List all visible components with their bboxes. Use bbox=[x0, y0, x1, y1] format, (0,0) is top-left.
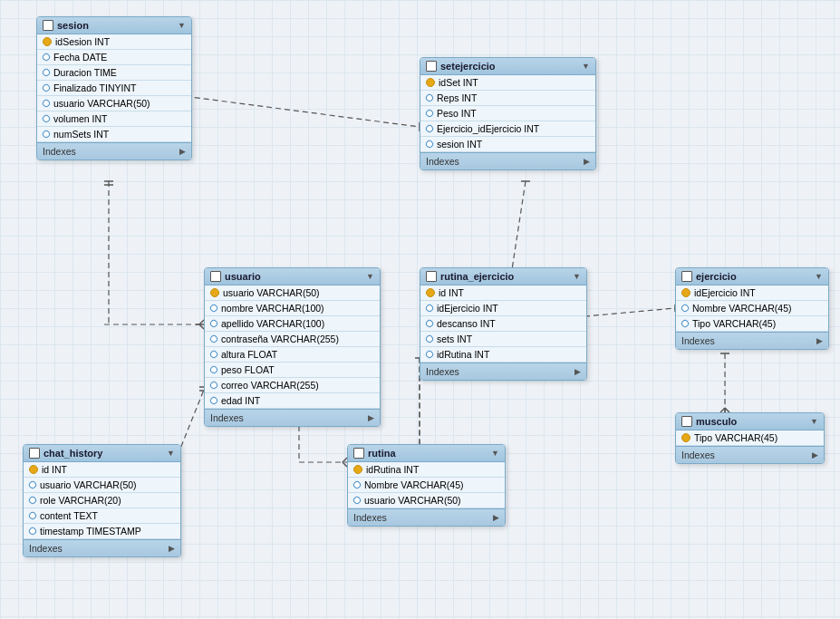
dropdown-arrow-usuario[interactable]: ▼ bbox=[366, 272, 374, 281]
field-label-re-4: idRutina INT bbox=[437, 349, 489, 360]
indexes-arrow-musculo[interactable]: ▶ bbox=[812, 450, 818, 459]
field-setejercicio-2: Peso INT bbox=[420, 106, 595, 121]
field-usuario-0: usuario VARCHAR(50) bbox=[205, 285, 380, 301]
table-icon-chat-history bbox=[29, 448, 40, 459]
field-re-2: descanso INT bbox=[420, 316, 586, 332]
table-musculo[interactable]: musculo ▼ Tipo VARCHAR(45) Indexes ▶ bbox=[675, 412, 825, 464]
indexes-ejercicio[interactable]: Indexes ▶ bbox=[676, 332, 828, 349]
diamond-icon-sesion-3 bbox=[41, 82, 51, 92]
diamond-icon-sesion-4 bbox=[41, 98, 51, 108]
field-musculo-0: Tipo VARCHAR(45) bbox=[676, 430, 824, 446]
key-icon-setejercicio-0 bbox=[426, 78, 435, 87]
indexes-arrow-ejercicio[interactable]: ▶ bbox=[816, 336, 823, 345]
table-sesion[interactable]: sesion ▼ idSesion INT Fecha DATE Duracio… bbox=[36, 16, 192, 160]
field-label-re-3: sets INT bbox=[437, 334, 472, 344]
indexes-label-usuario: Indexes bbox=[210, 412, 244, 423]
diamond-icon-ch-4 bbox=[27, 526, 37, 536]
field-label-ej-0: idEjercicio INT bbox=[694, 287, 756, 298]
field-re-3: sets INT bbox=[420, 332, 586, 347]
table-name-rutina-ejercicio: rutina_ejercicio bbox=[440, 271, 514, 282]
table-header-setejercicio: setejercicio ▼ bbox=[420, 58, 595, 75]
diamond-icon-sesion-2 bbox=[41, 67, 51, 77]
table-ejercicio[interactable]: ejercicio ▼ idEjercicio INT Nombre VARCH… bbox=[675, 267, 829, 350]
indexes-label-musculo: Indexes bbox=[681, 450, 715, 460]
table-icon-setejercicio bbox=[426, 61, 437, 72]
table-setejercicio[interactable]: setejercicio ▼ idSet INT Reps INT Peso I… bbox=[420, 57, 596, 170]
indexes-arrow-setejercicio[interactable]: ▶ bbox=[584, 157, 590, 166]
field-sesion-1: Fecha DATE bbox=[37, 50, 191, 65]
diamond-icon-ej-2 bbox=[680, 318, 690, 328]
field-ch-4: timestamp TIMESTAMP bbox=[24, 524, 180, 539]
indexes-arrow-chat-history[interactable]: ▶ bbox=[169, 544, 175, 553]
diamond-icon-sesion-5 bbox=[41, 113, 51, 123]
field-usuario-6: correo VARCHAR(255) bbox=[205, 378, 380, 393]
field-label-re-2: descanso INT bbox=[437, 318, 496, 329]
field-label-usuario-5: peso FLOAT bbox=[221, 364, 275, 375]
field-usuario-7: edad INT bbox=[205, 393, 380, 409]
diamond-icon-usuario-6 bbox=[208, 380, 218, 390]
field-label-musculo-0: Tipo VARCHAR(45) bbox=[694, 432, 777, 443]
indexes-arrow-usuario[interactable]: ▶ bbox=[368, 413, 374, 422]
field-ch-2: role VARCHAR(20) bbox=[24, 493, 180, 508]
indexes-setejercicio[interactable]: Indexes ▶ bbox=[420, 152, 595, 169]
dropdown-arrow-musculo[interactable]: ▼ bbox=[810, 417, 818, 426]
diamond-icon-re-1 bbox=[424, 303, 434, 313]
field-rutina-1: Nombre VARCHAR(45) bbox=[348, 478, 505, 493]
indexes-arrow-sesion[interactable]: ▶ bbox=[179, 147, 186, 156]
diamond-icon-ch-2 bbox=[27, 495, 37, 505]
table-icon-usuario bbox=[210, 271, 221, 282]
table-icon-sesion bbox=[43, 20, 53, 31]
field-ch-0: id INT bbox=[24, 462, 180, 478]
indexes-musculo[interactable]: Indexes ▶ bbox=[676, 446, 824, 463]
indexes-usuario[interactable]: Indexes ▶ bbox=[205, 409, 380, 426]
dropdown-arrow-ejercicio[interactable]: ▼ bbox=[815, 272, 823, 281]
dropdown-arrow-rutina[interactable]: ▼ bbox=[491, 449, 499, 458]
indexes-rutina-ejercicio[interactable]: Indexes ▶ bbox=[420, 363, 586, 380]
diamond-icon-setejercicio-4 bbox=[424, 139, 434, 149]
field-label-ch-0: id INT bbox=[42, 464, 67, 475]
field-usuario-4: altura FLOAT bbox=[205, 347, 380, 363]
field-sesion-2: Duracion TIME bbox=[37, 65, 191, 81]
indexes-rutina[interactable]: Indexes ▶ bbox=[348, 508, 505, 526]
key-icon-rutina-0 bbox=[353, 465, 362, 474]
dropdown-arrow-sesion[interactable]: ▼ bbox=[178, 21, 186, 30]
indexes-arrow-rutina[interactable]: ▶ bbox=[493, 513, 499, 522]
field-rutina-0: idRutina INT bbox=[348, 462, 505, 478]
table-chat-history[interactable]: chat_history ▼ id INT usuario VARCHAR(50… bbox=[23, 444, 181, 557]
table-header-rutina: rutina ▼ bbox=[348, 445, 505, 462]
field-usuario-3: contraseña VARCHAR(255) bbox=[205, 332, 380, 347]
indexes-chat-history[interactable]: Indexes ▶ bbox=[24, 539, 180, 556]
field-ej-2: Tipo VARCHAR(45) bbox=[676, 316, 828, 332]
field-label-rutina-1: Nombre VARCHAR(45) bbox=[364, 479, 464, 490]
field-label-re-0: id INT bbox=[439, 287, 464, 298]
field-setejercicio-1: Reps INT bbox=[420, 91, 595, 106]
field-label-ej-2: Tipo VARCHAR(45) bbox=[692, 318, 776, 329]
table-rutina-ejercicio[interactable]: rutina_ejercicio ▼ id INT idEjercicio IN… bbox=[420, 267, 587, 381]
diamond-icon-sesion-6 bbox=[41, 129, 51, 139]
table-icon-rutina-ejercicio bbox=[426, 271, 437, 282]
dropdown-arrow-chat-history[interactable]: ▼ bbox=[167, 449, 175, 458]
field-label-usuario-0: usuario VARCHAR(50) bbox=[223, 287, 320, 298]
dropdown-arrow-setejercicio[interactable]: ▼ bbox=[582, 62, 590, 71]
indexes-arrow-rutina-ejercicio[interactable]: ▶ bbox=[574, 367, 581, 376]
field-label-rutina-2: usuario VARCHAR(50) bbox=[364, 495, 461, 506]
indexes-label-sesion: Indexes bbox=[43, 146, 76, 157]
field-label-usuario-3: contraseña VARCHAR(255) bbox=[221, 334, 339, 344]
diamond-icon-re-3 bbox=[424, 334, 434, 343]
table-rutina[interactable]: rutina ▼ idRutina INT Nombre VARCHAR(45)… bbox=[347, 444, 506, 527]
field-sesion-3: Finalizado TINYINT bbox=[37, 81, 191, 96]
field-label-rutina-0: idRutina INT bbox=[366, 464, 419, 475]
field-label-sesion-0: idSesion INT bbox=[55, 36, 110, 47]
indexes-sesion[interactable]: Indexes ▶ bbox=[37, 142, 191, 160]
svg-line-24 bbox=[575, 308, 675, 317]
diamond-icon-setejercicio-2 bbox=[424, 108, 434, 118]
diamond-icon-ch-3 bbox=[27, 510, 37, 520]
field-re-1: idEjercicio INT bbox=[420, 301, 586, 316]
table-usuario[interactable]: usuario ▼ usuario VARCHAR(50) nombre VAR… bbox=[204, 267, 381, 427]
svg-line-0 bbox=[177, 95, 420, 127]
table-name-musculo: musculo bbox=[696, 416, 737, 427]
key-icon-usuario-0 bbox=[210, 288, 219, 297]
diamond-icon-sesion-1 bbox=[41, 52, 51, 62]
field-usuario-5: peso FLOAT bbox=[205, 363, 380, 378]
dropdown-arrow-rutina-ejercicio[interactable]: ▼ bbox=[573, 272, 581, 281]
